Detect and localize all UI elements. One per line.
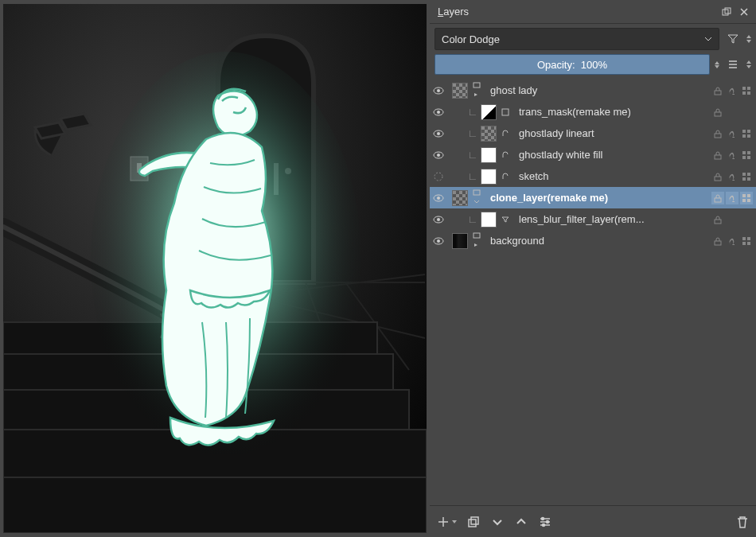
- inherit-alpha-icon[interactable]: [740, 235, 753, 247]
- duplicate-layer-button[interactable]: [466, 515, 481, 529]
- filter-icon[interactable]: [724, 30, 742, 48]
- move-down-button[interactable]: [490, 515, 505, 529]
- svg-rect-28: [742, 130, 746, 133]
- alpha-lock-icon[interactable]: [726, 127, 738, 140]
- inherit-alpha-icon[interactable]: [740, 192, 753, 204]
- svg-rect-34: [715, 155, 721, 159]
- alpha-lock-icon[interactable]: [726, 149, 738, 161]
- svg-rect-18: [747, 87, 750, 90]
- svg-rect-41: [742, 173, 746, 176]
- visibility-toggle[interactable]: [431, 85, 446, 96]
- chevron-down-icon: [704, 33, 712, 45]
- layer-list: ghost lady∟trans_mask(remake me)∟ghostla…: [430, 80, 756, 505]
- lock-icon[interactable]: [711, 106, 724, 119]
- svg-rect-31: [747, 134, 750, 138]
- layer-row-sketch[interactable]: ∟sketch: [430, 165, 756, 187]
- lock-icon[interactable]: [711, 192, 724, 204]
- layer-name: trans_mask(remake me): [514, 106, 708, 118]
- lock-icon[interactable]: [711, 170, 724, 183]
- svg-rect-35: [742, 151, 746, 154]
- layer-flags: [711, 84, 753, 97]
- lock-icon[interactable]: [711, 149, 724, 161]
- layer-type-icon: [471, 82, 482, 99]
- layer-row-ghostlady-white-fill[interactable]: ∟ghostlady white fill: [430, 144, 756, 165]
- svg-rect-50: [747, 194, 750, 197]
- svg-rect-49: [742, 194, 746, 197]
- inherit-alpha-icon[interactable]: [740, 213, 753, 226]
- svg-rect-55: [715, 220, 721, 224]
- alpha-lock-icon[interactable]: [726, 170, 738, 183]
- blend-mode-select[interactable]: Color Dodge: [435, 28, 719, 50]
- layer-row-ghost-lady[interactable]: ghost lady: [430, 80, 756, 101]
- layer-flags: [711, 149, 753, 161]
- inherit-alpha-icon[interactable]: [740, 84, 753, 97]
- layer-flags: [711, 213, 753, 226]
- alpha-lock-icon[interactable]: [726, 213, 738, 226]
- move-up-button[interactable]: [514, 515, 528, 529]
- svg-rect-36: [747, 151, 750, 154]
- lock-icon[interactable]: [711, 213, 724, 226]
- svg-rect-19: [742, 91, 746, 95]
- alpha-lock-icon[interactable]: [726, 192, 738, 204]
- visibility-toggle[interactable]: [431, 150, 446, 161]
- tree-branch-icon: ∟: [468, 127, 477, 139]
- inherit-alpha-icon[interactable]: [740, 149, 753, 161]
- blend-mode-value: Color Dodge: [442, 33, 500, 45]
- lock-icon[interactable]: [711, 127, 724, 140]
- opacity-stepper[interactable]: [715, 61, 719, 68]
- close-icon[interactable]: [737, 5, 751, 19]
- svg-rect-29: [747, 130, 750, 133]
- opacity-slider[interactable]: Opacity: 100%: [435, 54, 710, 75]
- layer-thumbnail: [481, 104, 497, 120]
- visibility-toggle[interactable]: [431, 235, 446, 247]
- layer-row-ghostlady-lineart[interactable]: ∟ghostlady lineart: [430, 123, 756, 144]
- add-layer-button[interactable]: [436, 515, 457, 529]
- svg-rect-16: [715, 91, 721, 95]
- layer-row-lens-blur[interactable]: ∟lens_blur_filter_layer(rem...: [430, 208, 756, 230]
- menu-stepper[interactable]: [746, 60, 751, 68]
- svg-rect-37: [742, 156, 746, 159]
- inherit-alpha-icon[interactable]: [740, 106, 753, 119]
- layer-name: sketch: [514, 170, 708, 182]
- layer-name: clone_layer(remake me): [485, 192, 708, 204]
- visibility-toggle[interactable]: [431, 193, 446, 204]
- alpha-lock-icon[interactable]: [726, 84, 738, 97]
- visibility-toggle[interactable]: [431, 107, 446, 118]
- layer-thumbnail: [481, 147, 497, 163]
- inherit-alpha-icon[interactable]: [740, 127, 753, 140]
- delete-layer-button[interactable]: [735, 515, 750, 529]
- lock-icon[interactable]: [711, 235, 724, 247]
- menu-icon[interactable]: [724, 56, 742, 73]
- layer-type-icon: [500, 130, 511, 138]
- layer-row-background[interactable]: background: [430, 230, 756, 251]
- svg-rect-17: [742, 87, 746, 90]
- panel-title: Layers: [435, 6, 716, 18]
- blend-stepper[interactable]: [746, 35, 751, 43]
- alpha-lock-icon[interactable]: [726, 235, 738, 247]
- layer-row-trans-mask[interactable]: ∟trans_mask(remake me): [430, 101, 756, 123]
- layer-flags: [711, 170, 753, 183]
- svg-rect-51: [742, 199, 746, 202]
- svg-rect-20: [747, 91, 750, 95]
- svg-rect-42: [747, 173, 750, 176]
- layer-row-clone-layer[interactable]: clone_layer(remake me): [430, 187, 756, 208]
- svg-point-33: [437, 154, 440, 157]
- alpha-lock-icon[interactable]: [726, 106, 738, 119]
- lock-icon[interactable]: [711, 84, 724, 97]
- svg-rect-27: [715, 134, 721, 138]
- visibility-toggle[interactable]: [431, 214, 446, 225]
- svg-rect-44: [747, 177, 750, 181]
- svg-point-46: [437, 197, 440, 200]
- settings-button[interactable]: [538, 515, 552, 529]
- visibility-toggle[interactable]: [431, 171, 446, 182]
- svg-rect-63: [747, 242, 750, 245]
- layer-type-icon: [500, 216, 511, 224]
- inherit-alpha-icon[interactable]: [740, 170, 753, 183]
- detach-icon[interactable]: [719, 5, 734, 19]
- canvas[interactable]: [3, 4, 427, 533]
- svg-point-22: [437, 111, 440, 114]
- svg-rect-7: [3, 477, 427, 533]
- tree-branch-icon: ∟: [468, 149, 477, 161]
- svg-rect-38: [747, 156, 750, 159]
- visibility-toggle[interactable]: [431, 128, 446, 139]
